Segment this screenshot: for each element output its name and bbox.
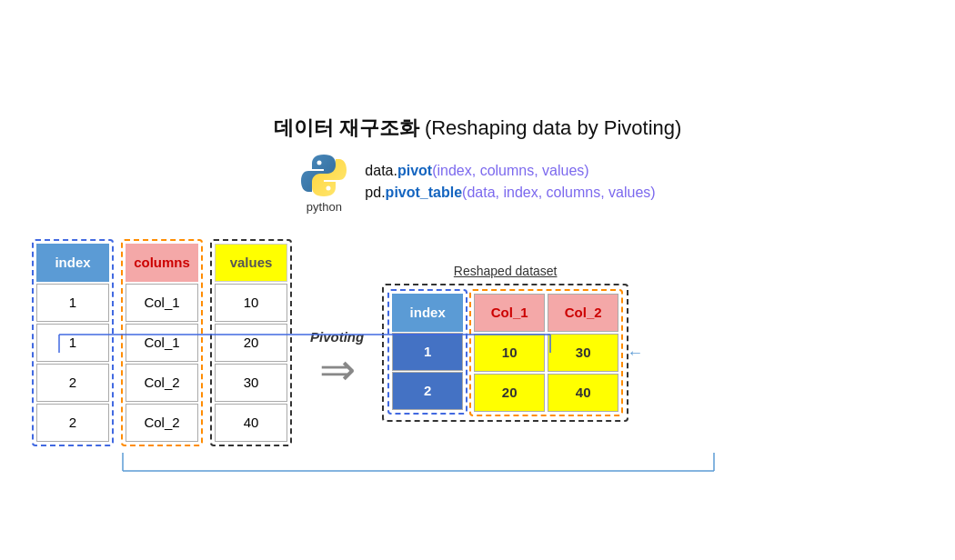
title-korean: 데이터 재구조화 xyxy=(274,116,419,139)
values-row-4: 40 xyxy=(215,404,287,442)
result-row-1: 10 30 xyxy=(473,333,619,373)
index-row-1: 1 xyxy=(36,284,109,322)
result-section: Reshaped dataset index 1 2 Col_1 Col_2 xyxy=(382,264,628,422)
svg-point-1 xyxy=(327,185,331,190)
result-col1-header: Col_1 xyxy=(474,294,545,332)
pivot-label: Pivoting xyxy=(310,329,364,345)
result-col1-row1: 10 xyxy=(474,334,545,372)
result-index-row-1: 1 xyxy=(392,333,463,371)
columns-row-1: Col_1 xyxy=(126,284,198,322)
columns-row-2: Col_1 xyxy=(126,324,198,362)
reshaped-label: Reshaped dataset xyxy=(454,264,558,278)
code-method-2: pivot_table xyxy=(386,185,462,200)
index-row-3: 2 xyxy=(36,364,109,402)
result-col2-row1: 30 xyxy=(548,334,618,372)
code-line-2: pd.pivot_table(data, index, columns, val… xyxy=(365,185,655,201)
values-row-3: 30 xyxy=(215,364,287,402)
header-row: python data.pivot(index, columns, values… xyxy=(299,151,655,214)
code-prefix-1: data. xyxy=(365,163,397,178)
python-logo: python xyxy=(299,151,348,214)
python-icon-svg xyxy=(299,151,348,200)
code-params-1: (index, columns, values) xyxy=(432,163,589,178)
main-container: 데이터 재구조화 (Reshaping data by Pivoting) xyxy=(32,115,923,446)
index-header: index xyxy=(36,244,109,282)
result-index-group: index 1 2 xyxy=(387,289,467,415)
pivot-arrow: Pivoting ⇒ xyxy=(310,329,364,392)
values-row-1: 10 xyxy=(215,284,287,322)
svg-point-0 xyxy=(317,160,322,165)
arrow-right-icon: ⇒ xyxy=(319,348,356,392)
title-english: (Reshaping data by Pivoting) xyxy=(425,116,682,139)
values-header: values xyxy=(215,244,287,282)
result-row-2: 20 40 xyxy=(473,373,619,413)
code-method-1: pivot xyxy=(397,163,432,178)
columns-row-3: Col_2 xyxy=(126,364,198,402)
python-text: python xyxy=(307,200,342,214)
code-params-2: (data, index, columns, values) xyxy=(462,185,656,200)
diagram-wrapper: index 1 1 2 2 columns Col_1 Col_1 Col_2 … xyxy=(32,230,923,446)
result-col2-row2: 40 xyxy=(548,374,618,412)
result-col2-header: Col_2 xyxy=(548,294,618,332)
result-col1-row2: 20 xyxy=(474,374,545,412)
result-index-row-2: 2 xyxy=(392,372,463,410)
code-block: data.pivot(index, columns, values) pd.pi… xyxy=(365,163,655,201)
right-arrow-indicator: ← xyxy=(627,343,643,362)
code-prefix-2: pd. xyxy=(365,185,385,200)
result-cols-group: Col_1 Col_2 10 30 20 40 xyxy=(469,289,623,416)
source-tables: index 1 1 2 2 columns Col_1 Col_1 Col_2 … xyxy=(32,239,292,446)
columns-header: columns xyxy=(126,244,198,282)
code-line-1: data.pivot(index, columns, values) xyxy=(365,163,655,179)
index-row-4: 2 xyxy=(36,404,109,442)
columns-row-4: Col_2 xyxy=(126,404,198,442)
values-column-group: values 10 20 30 40 xyxy=(210,239,292,446)
page-title: 데이터 재구조화 (Reshaping data by Pivoting) xyxy=(274,115,682,142)
index-row-2: 1 xyxy=(36,324,109,362)
index-column-group: index 1 1 2 2 xyxy=(32,239,114,446)
diagram: index 1 1 2 2 columns Col_1 Col_1 Col_2 … xyxy=(32,239,923,446)
result-table-wrapper: index 1 2 Col_1 Col_2 10 30 xyxy=(382,284,628,422)
result-cols-headers: Col_1 Col_2 xyxy=(473,293,619,333)
result-index-header: index xyxy=(392,294,463,332)
columns-column-group: columns Col_1 Col_1 Col_2 Col_2 xyxy=(121,239,203,446)
values-row-2: 20 xyxy=(215,324,287,362)
